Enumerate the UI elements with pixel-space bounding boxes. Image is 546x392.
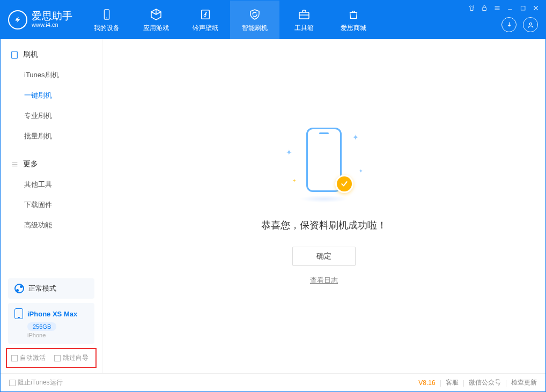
list-icon (10, 160, 19, 168)
phone-icon (10, 50, 19, 59)
sidebar-item-itunes-flash[interactable]: iTunes刷机 (1, 65, 102, 85)
nav-label: 工具箱 (294, 24, 314, 33)
sidebar-item-pro-flash[interactable]: 专业刷机 (1, 106, 102, 126)
svg-rect-3 (299, 12, 309, 19)
bag-icon (346, 8, 360, 21)
svg-rect-7 (12, 51, 18, 58)
sidebar: 刷机 iTunes刷机 一键刷机 专业刷机 批量刷机 更多 其他工具 下载固件 … (1, 39, 102, 373)
footer-link-support[interactable]: 客服 (446, 378, 459, 387)
svg-rect-4 (482, 8, 486, 10)
tshirt-icon[interactable] (467, 4, 476, 12)
refresh-shield-icon (248, 8, 262, 21)
checkbox-skip-guide[interactable]: 跳过向导 (54, 353, 88, 363)
device-card[interactable]: iPhone XS Max 256GB iPhone (8, 303, 94, 344)
nav-label: 爱思商城 (341, 24, 366, 33)
checkmark-badge-icon (335, 175, 353, 193)
nav-label: 我的设备 (94, 24, 120, 33)
user-button[interactable] (523, 17, 538, 32)
maximize-icon[interactable] (519, 4, 527, 12)
device-type: iPhone (27, 332, 88, 338)
footer-link-wechat[interactable]: 微信公众号 (469, 378, 501, 387)
success-message: 恭喜您，保资料刷机成功啦！ (261, 219, 387, 232)
lock-icon[interactable] (480, 4, 489, 12)
menu-icon[interactable] (493, 4, 501, 12)
svg-point-6 (529, 23, 532, 25)
device-mode-card[interactable]: 正常模式 (8, 278, 94, 299)
titlebar: 爱思助手 www.i4.cn 我的设备 应用游戏 铃声壁纸 智能刷机 (1, 1, 545, 39)
sidebar-section-more: 更多 (1, 156, 102, 172)
nav-apps-games[interactable]: 应用游戏 (131, 1, 181, 39)
success-illustration: ✦✦✦✦ (294, 128, 353, 203)
sidebar-section-label: 刷机 (23, 50, 38, 60)
nav-smart-flash[interactable]: 智能刷机 (230, 1, 279, 39)
music-file-icon (198, 8, 212, 21)
mode-label: 正常模式 (28, 284, 56, 293)
cube-icon (149, 8, 163, 21)
phone-small-icon (14, 308, 23, 319)
options-highlight-box: 自动激活 跳过向导 (6, 348, 97, 368)
sidebar-section-flash: 刷机 (1, 47, 102, 63)
ok-button[interactable]: 确定 (292, 247, 356, 266)
briefcase-icon (297, 8, 311, 21)
download-button[interactable] (501, 17, 517, 32)
mode-icon (14, 284, 24, 293)
app-logo: 爱思助手 www.i4.cn (1, 1, 82, 39)
sidebar-section-label: 更多 (23, 159, 38, 169)
nav-store[interactable]: 爱思商城 (329, 1, 378, 39)
checkbox-label: 阻止iTunes运行 (18, 378, 63, 387)
sidebar-item-download-firmware[interactable]: 下载固件 (1, 195, 102, 215)
device-name: iPhone XS Max (27, 310, 77, 318)
main-content: ✦✦✦✦ 恭喜您，保资料刷机成功啦！ 确定 查看日志 (102, 39, 545, 373)
sidebar-item-advanced[interactable]: 高级功能 (1, 215, 102, 235)
device-icon (100, 8, 114, 21)
checkbox-label: 跳过向导 (63, 353, 88, 363)
nav-toolbox[interactable]: 工具箱 (279, 1, 329, 39)
device-storage-badge: 256GB (27, 322, 56, 331)
app-name-en: www.i4.cn (32, 21, 72, 28)
nav-label: 应用游戏 (143, 24, 169, 33)
svg-rect-5 (521, 6, 525, 10)
svg-point-1 (106, 17, 107, 18)
window-controls (467, 4, 540, 12)
checkbox-block-itunes[interactable]: 阻止iTunes运行 (9, 378, 63, 387)
sidebar-item-oneclick-flash[interactable]: 一键刷机 (1, 85, 102, 106)
footer-link-update[interactable]: 检查更新 (511, 378, 537, 387)
nav-my-device[interactable]: 我的设备 (82, 1, 131, 39)
minimize-icon[interactable] (506, 4, 514, 12)
sidebar-item-other-tools[interactable]: 其他工具 (1, 174, 102, 195)
nav-label: 铃声壁纸 (193, 24, 218, 33)
checkbox-label: 自动激活 (20, 353, 46, 363)
close-icon[interactable] (532, 4, 540, 12)
logo-icon (8, 10, 27, 29)
app-name-cn: 爱思助手 (32, 11, 72, 21)
main-nav: 我的设备 应用游戏 铃声壁纸 智能刷机 工具箱 爱思商城 (82, 1, 378, 39)
checkbox-auto-activate[interactable]: 自动激活 (11, 353, 46, 363)
nav-ringtone-wallpaper[interactable]: 铃声壁纸 (181, 1, 230, 39)
version-label: V8.16 (418, 379, 435, 387)
statusbar: 阻止iTunes运行 V8.16 | 客服 | 微信公众号 | 检查更新 (1, 373, 545, 391)
view-log-link[interactable]: 查看日志 (310, 276, 338, 285)
sidebar-item-batch-flash[interactable]: 批量刷机 (1, 126, 102, 146)
nav-label: 智能刷机 (242, 24, 268, 33)
